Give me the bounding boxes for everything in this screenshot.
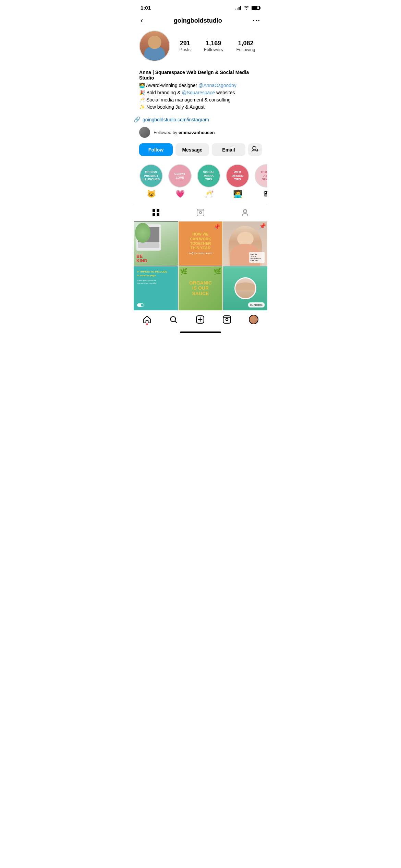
post5-text: ORGANICIS OURSAUCE [189,280,212,296]
highlight-emoji-social: 🥂 [204,190,214,198]
svg-rect-4 [157,209,159,212]
posts-stat[interactable]: 291 Posts [179,40,191,52]
highlights-row: DESIGNPROJECTLAUNCHES 😺 CLIENTLOVE 💗 SOC… [134,161,267,198]
profile-section: 291 Posts 1,169 Followers 1,082 Followin… [134,31,267,65]
followers-stat[interactable]: 1,169 Followers [204,40,223,52]
highlight-emoji-template: 🖥 [263,190,267,198]
reels-icon [196,208,205,217]
stats-container: 291 Posts 1,169 Followers 1,082 Followin… [173,40,262,52]
action-buttons: Follow Message Email [134,142,267,161]
grid-post-3[interactable]: 📌 GROW YOURBUSINESSONLINE [223,221,267,266]
followed-by: Followed by emmavanheusen [134,125,267,142]
post6-label: st. hilliams [248,302,265,308]
nav-search[interactable] [169,315,178,324]
svg-point-8 [199,212,202,214]
bio-line1: 🧑‍💻 Award-winning designer @AnnaOsgoodby [139,82,262,89]
highlight-circle-template: TEMPL-ATESHOP [255,164,267,188]
post4-subtext: Clear descriptions ofthe services you of… [137,279,174,285]
tagged-icon [241,208,249,217]
nav-profile[interactable] [249,315,258,324]
content-tabs [134,204,267,221]
grid-post-1[interactable]: BEKIND [134,221,178,266]
profile-stats-row: 291 Posts 1,169 Followers 1,082 Followin… [139,31,262,61]
highlight-circle-web: WEBDESIGNTIPS [226,164,249,188]
svg-rect-6 [157,213,159,216]
svg-rect-17 [223,316,231,324]
grid-post-5[interactable]: 🌿 🌿 ORGANICIS OURSAUCE [179,266,223,311]
add-icon [196,315,205,324]
posts-label: Posts [179,47,191,52]
bio-link[interactable]: 🔗 goingboldstudio.com/instagram [134,116,267,123]
mention-anna[interactable]: @AnnaOsgoodby [198,83,236,88]
following-count: 1,082 [238,40,254,47]
link-text[interactable]: goingboldstudio.com/instagram [143,117,209,122]
highlight-item-client[interactable]: CLIENTLOVE 💗 [168,164,192,198]
signal-icon [235,6,241,10]
grid-icon [152,208,160,217]
svg-rect-11 [244,210,246,212]
posts-count: 291 [180,40,190,47]
highlight-item-design[interactable]: DESIGNPROJECTLAUNCHES 😺 [139,164,163,198]
nav-home[interactable] [143,315,151,324]
profile-header: ‹ goingboldstudio ··· [134,13,267,31]
tab-reels[interactable] [178,204,223,221]
highlight-emoji-design: 😺 [147,190,156,198]
follower-name[interactable]: emmavanheusen [179,130,215,135]
grid-post-6[interactable]: st. hilliams [223,266,267,311]
follower-avatar[interactable] [139,127,150,138]
tab-tagged[interactable] [223,204,267,221]
svg-point-18 [226,318,228,321]
following-label: Following [236,47,255,52]
home-notification-dot [146,323,148,325]
home-icon [143,315,151,324]
status-icons [235,5,260,10]
highlight-emoji-client: 💗 [175,190,185,198]
bio-line4: ✨ Now booking July & August [139,104,262,111]
post2-text: HOW WECAN WORKTOGETHERTHIS YEAR swipe to… [189,232,212,255]
highlight-item-template[interactable]: TEMPL-ATESHOP 🖥 [254,164,267,198]
svg-rect-3 [153,209,155,212]
add-user-button[interactable] [248,143,262,156]
reels-nav-icon [222,315,231,324]
back-button[interactable]: ‹ [141,16,143,25]
home-bar [180,331,221,333]
pin-icon-post3: 📌 [259,223,266,229]
nav-add[interactable] [196,315,205,324]
highlight-item-social[interactable]: SOCIALMEDIATIPS 🥂 [197,164,221,198]
svg-rect-5 [153,213,155,216]
wifi-icon [243,5,250,10]
bio-line2: 🎉 Bold branding & @Squarespace websites [139,89,262,96]
search-icon [169,315,178,324]
more-button[interactable]: ··· [253,17,260,25]
following-stat[interactable]: 1,082 Following [236,40,255,52]
followers-count: 1,169 [206,40,221,47]
bottom-nav [134,310,267,327]
bio-name: Anna | Squarespace Web Design & Social M… [139,70,262,81]
svg-line-13 [175,321,177,323]
bio-line3: 🥂 Social media management & consulting [139,96,262,104]
followed-text: Followed by emmavanheusen [154,130,215,135]
nav-reels[interactable] [222,315,231,324]
bio-section: Anna | Squarespace Web Design & Social M… [134,65,267,113]
username-title: goingboldstudio [174,17,222,24]
add-user-icon [252,146,258,152]
pin-icon-post2: 📌 [214,224,220,230]
home-indicator [134,327,267,337]
highlight-circle-design: DESIGNPROJECTLAUNCHES [139,164,163,188]
follow-button[interactable]: Follow [139,143,173,156]
message-button[interactable]: Message [175,143,209,156]
avatar[interactable] [139,31,170,61]
status-bar: 1:01 [134,0,267,13]
grid-post-2[interactable]: 📌 HOW WECAN WORKTOGETHERTHIS YEAR swipe … [179,221,223,266]
post4-text: 5 THINGS TO INCLUDEin services page [137,270,174,277]
highlight-circle-social: SOCIALMEDIATIPS [197,164,220,188]
mention-squarespace[interactable]: @Squarespace [182,90,215,95]
email-button[interactable]: Email [212,143,245,156]
nav-profile-avatar [249,315,258,324]
link-icon: 🔗 [134,116,141,123]
photo-grid: BEKIND 📌 HOW WECAN WORKTOGETHERTHIS YEAR… [134,221,267,310]
tab-grid[interactable] [134,204,178,221]
highlight-item-web[interactable]: WEBDESIGNTIPS 🧑‍💻 [226,164,250,198]
svg-point-0 [253,146,256,150]
grid-post-4[interactable]: 5 THINGS TO INCLUDEin services page Clea… [134,266,178,311]
